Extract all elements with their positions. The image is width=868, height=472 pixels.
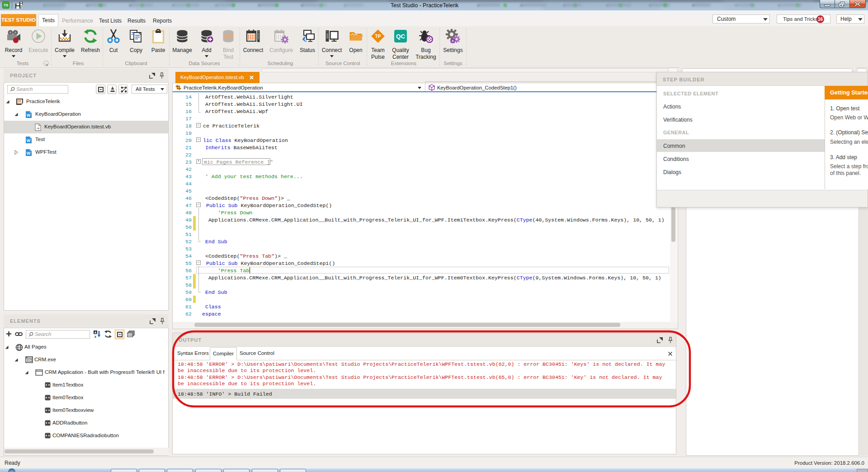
svg-text:QC: QC [396,33,406,40]
svg-text:W: W [27,151,31,156]
svg-text:W: W [27,113,31,118]
svg-text:W: W [27,138,31,143]
svg-text:A: A [94,331,96,334]
svg-text:z: z [94,335,96,338]
svg-text:TP: TP [375,34,381,39]
